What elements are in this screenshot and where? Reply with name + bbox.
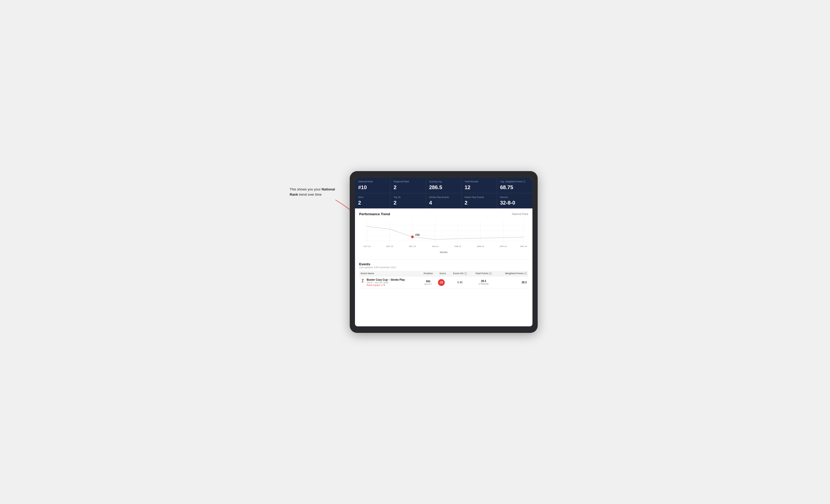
stat-avg-weighted-points: Avg. Weighted Points ⓘ 68.75: [497, 178, 533, 193]
stat-scoring-avg: Scoring Avg. 286.5: [426, 178, 461, 193]
svg-text:FEB 24: FEB 24: [454, 245, 461, 247]
events-section: Events Last updated: 24th November 2023 …: [355, 259, 533, 292]
event-position: 6th out of 7: [420, 276, 436, 289]
weighted-points-info-icon: i: [524, 272, 527, 275]
stat-top3s: Top 3s 2: [390, 193, 426, 209]
table-header-row: Event Name Position Score Event SG i Tot…: [359, 271, 528, 276]
performance-trend-section: Performance Trend National Rank: [355, 208, 533, 259]
event-name: Buster Cozy Cup – Stroke Play: [367, 278, 405, 281]
event-score: -22: [437, 276, 449, 289]
stat-wins: Wins 2: [355, 193, 390, 209]
performance-trend-title: Performance Trend: [359, 212, 390, 216]
table-row: 🏌 Buster Cozy Cup – Stroke Play Oct 9 – …: [359, 276, 528, 289]
stats-row-2: Wins 2 Top 3s 2 Stroke Play Events 4 Mat…: [355, 193, 533, 209]
col-position: Position: [420, 271, 436, 276]
stats-row-1: National Rank #10 Regional Rank 2 Scorin…: [355, 178, 533, 193]
total-points: 28.3 3 Rounds: [471, 276, 496, 289]
event-icon: 🏌: [361, 279, 365, 283]
svg-text:#10: #10: [415, 233, 420, 236]
events-table: Event Name Position Score Event SG i Tot…: [359, 271, 528, 289]
rank-impact: Rank Impact: 3 ▼: [367, 284, 405, 287]
col-score: Score: [437, 271, 449, 276]
total-points-info-icon: i: [489, 272, 492, 275]
stat-regional-rank: Regional Rank 2: [390, 178, 426, 193]
svg-text:JAN 24: JAN 24: [432, 245, 439, 247]
col-weighted-points: Weighted Points i: [496, 271, 528, 276]
performance-trend-header: Performance Trend National Rank: [359, 212, 528, 216]
performance-chart: #10 OCT 23 NOV 23 DEC 23 JAN 24 FEB 24 M…: [359, 219, 528, 250]
chart-svg: #10 OCT 23 NOV 23 DEC 23 JAN 24 FEB 24 M…: [359, 219, 528, 250]
event-date: Oct 9 – Oct 10, 2023: [367, 281, 405, 284]
stat-national-rank: National Rank #10: [355, 178, 390, 193]
svg-text:MAY 24: MAY 24: [520, 245, 527, 247]
events-last-updated: Last updated: 24th November 2023: [359, 266, 528, 269]
svg-text:APR 24: APR 24: [500, 245, 507, 247]
svg-text:MAR 24: MAR 24: [477, 245, 484, 247]
tablet-screen: National Rank #10 Regional Rank 2 Scorin…: [355, 178, 533, 326]
svg-text:DEC 23: DEC 23: [409, 245, 416, 247]
event-sg-info-icon: i: [464, 272, 467, 275]
event-sg: 0.45: [449, 276, 471, 289]
stat-stroke-play-events: Stroke Play Events 4: [426, 193, 461, 209]
events-title: Events: [359, 262, 528, 266]
col-event-name: Event Name: [359, 271, 420, 276]
svg-text:OCT 23: OCT 23: [363, 245, 371, 247]
stat-match-play-events: Match Play Events 2: [461, 193, 497, 209]
svg-point-13: [411, 236, 414, 238]
weighted-points: 28.3: [496, 276, 528, 289]
svg-text:NOV 23: NOV 23: [386, 245, 393, 247]
event-name-cell: 🏌 Buster Cozy Cup – Stroke Play Oct 9 – …: [359, 276, 420, 289]
score-badge: -22: [438, 279, 445, 286]
stat-total-rounds: Total Rounds 12: [461, 178, 497, 193]
col-event-sg: Event SG i: [449, 271, 471, 276]
col-total-points: Total Points i: [471, 271, 496, 276]
performance-trend-subtitle: National Rank: [512, 212, 528, 215]
stat-record: Record 32-8-0: [497, 193, 533, 209]
tablet-device: National Rank #10 Regional Rank 2 Scorin…: [350, 171, 538, 333]
months-label: Months: [359, 251, 528, 254]
annotation-text: This shows you your National Rank trend …: [290, 187, 342, 197]
